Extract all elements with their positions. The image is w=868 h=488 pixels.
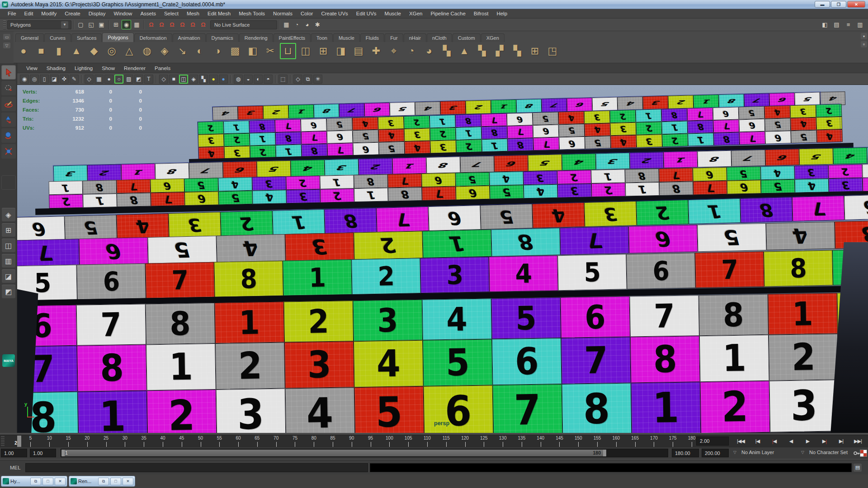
menu-help[interactable]: Help — [492, 9, 511, 19]
add-divisions-icon[interactable]: ◑ — [209, 43, 226, 59]
menu-mesh-tools[interactable]: Mesh Tools — [235, 9, 269, 19]
shelf-tab-nhair[interactable]: nHair — [404, 33, 426, 42]
poly-cube-icon[interactable]: ■ — [33, 43, 49, 59]
select-hierarchy-icon[interactable]: ⊞ — [111, 20, 121, 29]
smooth-icon[interactable]: ◐ — [192, 43, 208, 59]
shelf-tab-muscle[interactable]: Muscle — [333, 33, 360, 42]
menu-create[interactable]: Create — [61, 9, 85, 19]
command-line-language-toggle[interactable]: MEL — [10, 465, 25, 470]
animation-preferences-button[interactable] — [860, 450, 867, 457]
field-chart-icon[interactable]: ▨ — [124, 75, 133, 84]
restore-button[interactable]: ⧉ — [30, 478, 41, 485]
bracket-shade-icon[interactable]: ◫ — [179, 75, 188, 84]
menu-file[interactable]: File — [4, 9, 20, 19]
poly-torus-icon[interactable]: ◎ — [104, 43, 120, 59]
2d-pan-zoom-icon[interactable]: ✜ — [60, 75, 69, 84]
close-button[interactable]: ✕ — [847, 1, 865, 8]
go-to-start-button[interactable]: |◀◀ — [732, 436, 749, 446]
menu-select[interactable]: Select — [160, 9, 183, 19]
menu-assets[interactable]: Assets — [136, 9, 160, 19]
snap-to-curve-icon[interactable]: Ω — [157, 20, 166, 29]
tool-settings-icon[interactable]: ≡ — [844, 20, 853, 29]
make-live-icon[interactable]: Ω — [198, 20, 208, 29]
move-tool[interactable] — [1, 113, 16, 127]
shelf-tab-animation[interactable]: Animation — [173, 33, 206, 42]
safe-action-icon[interactable]: ◩ — [134, 75, 143, 84]
step-back-key-button[interactable]: |◀ — [766, 436, 783, 446]
scale-tool[interactable] — [1, 144, 16, 159]
panel-menu-renderer[interactable]: Renderer — [119, 66, 150, 71]
uv-editor-icon[interactable]: ◳ — [544, 43, 561, 59]
sculpt-icon[interactable]: ▲ — [456, 43, 472, 59]
command-result-field[interactable] — [370, 463, 852, 472]
modeling-toolkit-icon[interactable]: ◧ — [820, 20, 830, 29]
poly-cylinder-icon[interactable]: ▮ — [51, 43, 67, 59]
grid-icon[interactable]: ◇ — [85, 75, 94, 84]
panel-menu-panels[interactable]: Panels — [150, 66, 175, 71]
menu-create-uvs[interactable]: Create UVs — [317, 9, 352, 19]
boolean-icon[interactable]: ▩ — [227, 43, 243, 59]
crease-icon[interactable]: ◕ — [421, 43, 437, 59]
select-object-icon[interactable]: ◉ — [122, 20, 131, 29]
panel-menu-show[interactable]: Show — [97, 66, 119, 71]
shelf-tab-fur[interactable]: Fur — [385, 33, 403, 42]
restore-button[interactable]: ❐ — [831, 1, 846, 8]
panel-menu-shading[interactable]: Shading — [42, 66, 70, 71]
poly-pyramid-icon[interactable]: △ — [121, 43, 137, 59]
merge-vertices-icon[interactable]: ✚ — [368, 43, 384, 59]
render-view-icon[interactable]: ▦ — [282, 20, 291, 29]
use-all-lights-icon[interactable]: ● — [209, 75, 218, 84]
separate-icon[interactable]: ✂ — [262, 43, 278, 59]
textured-icon[interactable]: ▚ — [199, 75, 208, 84]
smooth-shade-icon[interactable]: ■ — [169, 75, 178, 84]
anim-layer-dropdown-icon[interactable]: ▽ — [733, 450, 736, 455]
motion-blur-icon[interactable]: ◐ — [254, 75, 263, 84]
shelf-tab-toon[interactable]: Toon — [311, 33, 333, 42]
range-slider-bar[interactable]: 1 180 — [61, 450, 606, 456]
extrude-icon[interactable]: ▤ — [350, 43, 367, 59]
play-forwards-button[interactable]: ▶ — [799, 436, 816, 446]
menu-color[interactable]: Color — [297, 9, 317, 19]
menu-bifrost[interactable]: Bifrost — [470, 9, 493, 19]
lasso-select-tool[interactable] — [1, 81, 16, 95]
wireframe-icon[interactable]: ◇ — [159, 75, 168, 84]
bookmarks-icon[interactable]: ▯ — [40, 75, 49, 84]
title-bar[interactable]: M Autodesk Maya 2015: G:\Projects\3D Gra… — [0, 0, 868, 9]
current-time-field[interactable]: 2.00 — [696, 436, 729, 446]
shelf-tab-deformation[interactable]: Deformation — [134, 33, 172, 42]
default-lighting-icon[interactable]: ● — [219, 75, 228, 84]
range-start-handle[interactable] — [61, 450, 65, 456]
shelf-tab-ncloth[interactable]: nCloth — [427, 33, 452, 42]
uv-grid-icon[interactable]: ⊞ — [527, 43, 543, 59]
quad-draw-icon[interactable]: ▚ — [439, 43, 455, 59]
plugin-shapes-icon[interactable]: ✳ — [313, 75, 322, 84]
menu-edit[interactable]: Edit — [20, 9, 38, 19]
shadows-icon[interactable]: ◍ — [234, 75, 243, 84]
poly-sphere-icon[interactable]: ● — [15, 43, 32, 59]
time-slider-grip[interactable] — [1, 436, 5, 446]
bridge-icon[interactable]: ◨ — [333, 43, 349, 59]
menu-pipeline-cache[interactable]: Pipeline Cache — [426, 9, 469, 19]
menu-display[interactable]: Display — [85, 9, 110, 19]
fill-hole-icon[interactable]: ◫ — [297, 43, 314, 59]
connect-icon[interactable]: ◔ — [403, 43, 420, 59]
last-tool-slot[interactable] — [1, 175, 16, 190]
character-set-selector[interactable]: No Character Set — [809, 450, 848, 455]
menu-modify[interactable]: Modify — [37, 9, 61, 19]
panel-menu-lighting[interactable]: Lighting — [70, 66, 97, 71]
restore-button[interactable]: ⧉ — [98, 478, 109, 485]
shelf-tab-dynamics[interactable]: Dynamics — [206, 33, 239, 42]
open-scene-icon[interactable]: ◱ — [86, 20, 96, 29]
gate-mask-icon[interactable]: ○ — [114, 75, 123, 84]
play-backwards-button[interactable]: ◀ — [783, 436, 799, 446]
shelf-tab-xgen[interactable]: XGen — [481, 33, 505, 42]
time-slider[interactable]: 5101520253035404550556065707580859095100… — [0, 435, 868, 447]
menu-xgen[interactable]: XGen — [405, 9, 426, 19]
close-button[interactable]: ✕ — [123, 478, 133, 485]
live-surface-field[interactable]: No Live Surface — [210, 20, 277, 29]
minimized-window-hy[interactable]: Hy...⧉□✕ — [1, 476, 67, 487]
poly-cone-icon[interactable]: ▲ — [68, 43, 85, 59]
safe-title-icon[interactable]: T — [144, 75, 153, 84]
anim-layer-selector[interactable]: No Anim Layer — [741, 450, 774, 455]
shelf-menu-button[interactable]: ▽ — [3, 42, 10, 48]
